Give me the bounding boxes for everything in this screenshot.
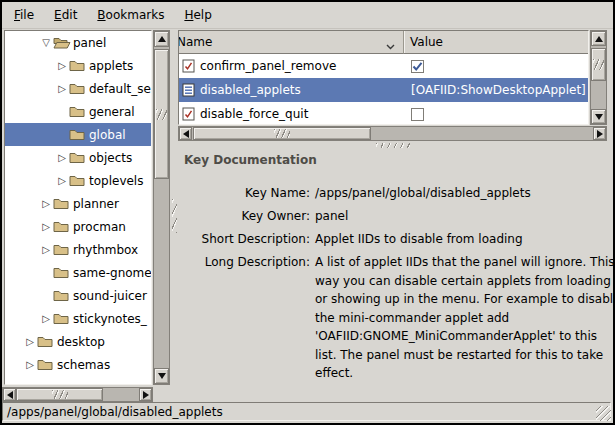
expander-right-icon[interactable] xyxy=(55,59,69,73)
doc-field-short-description: Short Description: Applet IIDs to disabl… xyxy=(178,230,604,248)
splitter-grip xyxy=(172,199,177,233)
scrollbar-thumb[interactable] xyxy=(193,127,371,140)
key-row-disabled-applets[interactable]: disabled_applets [OAFIID:ShowDesktopAppl… xyxy=(179,78,588,102)
tree-item-label: toplevels xyxy=(87,174,143,188)
arrow-down-icon xyxy=(158,373,166,379)
tree-item-planner[interactable]: planner xyxy=(5,192,151,215)
table-header: Name Value xyxy=(179,31,588,54)
tree-item-label: sound-juicer xyxy=(71,289,147,303)
key-documentation-title: Key Documentation xyxy=(184,153,317,167)
tree-item-label: applets xyxy=(87,59,133,73)
arrow-right-icon xyxy=(143,391,149,399)
tree-item-objects[interactable]: objects xyxy=(5,146,151,169)
arrow-right-icon xyxy=(597,130,603,138)
menu-edit-label: Edit xyxy=(54,8,77,22)
expander-right-icon[interactable] xyxy=(55,151,69,165)
scroll-up-button[interactable] xyxy=(591,31,606,46)
column-header-name[interactable]: Name xyxy=(179,31,404,54)
scrollbar-thumb[interactable] xyxy=(154,49,169,179)
tree-item-toplevels[interactable]: toplevels xyxy=(5,169,151,192)
key-name-label: confirm_panel_remove xyxy=(200,59,336,73)
doc-field-label: Short Description: xyxy=(178,230,310,248)
tree-item-label: stickynotes_ xyxy=(71,312,147,326)
menu-help-label: Help xyxy=(184,8,211,22)
tree-item-sound-juicer[interactable]: sound-juicer xyxy=(5,284,151,307)
tree-item-same-gnome[interactable]: same-gnome xyxy=(5,261,151,284)
menu-edit[interactable]: Edit xyxy=(44,4,87,26)
tree-item-label: desktop xyxy=(55,335,105,349)
key-row-disable-force-quit[interactable]: disable_force_quit xyxy=(179,102,588,125)
config-tree: panel applets default_se general xyxy=(4,30,152,385)
key-name-label: disabled_applets xyxy=(200,83,301,97)
tree-item-label: same-gnome xyxy=(71,266,151,280)
doc-field-value: Applet IIDs to disable from loading xyxy=(310,230,523,248)
folder-icon xyxy=(53,312,71,325)
expander-right-icon[interactable] xyxy=(23,335,37,349)
tree-vertical-scrollbar[interactable] xyxy=(153,30,170,385)
expander-right-icon[interactable] xyxy=(55,174,69,188)
table-horizontal-scrollbar[interactable] xyxy=(178,126,607,141)
folder-icon xyxy=(69,105,87,118)
tree-item-desktop[interactable]: desktop xyxy=(5,330,151,353)
tree-item-global[interactable]: global xyxy=(5,123,151,146)
thumb-grip xyxy=(593,59,604,70)
value-checkbox-checked[interactable] xyxy=(411,60,424,73)
expander-right-icon[interactable] xyxy=(39,220,53,234)
scrollbar-thumb[interactable] xyxy=(591,48,606,81)
tree-item-label: schemas xyxy=(55,358,110,372)
scroll-up-button[interactable] xyxy=(154,31,169,47)
arrow-left-icon xyxy=(7,391,13,399)
doc-long-line: A list of applet IIDs that the panel wil… xyxy=(315,253,615,272)
scroll-down-button[interactable] xyxy=(154,368,169,384)
folder-icon xyxy=(53,197,71,210)
folder-icon xyxy=(53,266,71,279)
pane-splitter-vertical[interactable] xyxy=(171,30,178,401)
folder-icon xyxy=(69,174,87,187)
expander-down-icon[interactable] xyxy=(39,36,53,50)
menu-bookmarks[interactable]: Bookmarks xyxy=(87,4,174,26)
tree-item-schemas[interactable]: schemas xyxy=(5,353,151,376)
doc-field-label: Long Description: xyxy=(178,253,310,383)
column-header-value-label: Value xyxy=(410,35,443,49)
tree-item-panel[interactable]: panel xyxy=(5,31,151,54)
gconf-editor-window: File Edit Bookmarks Help panel applets d… xyxy=(0,0,615,425)
folder-icon xyxy=(37,335,55,348)
menu-help[interactable]: Help xyxy=(174,4,221,26)
expander-right-icon[interactable] xyxy=(39,243,53,257)
list-key-icon xyxy=(182,83,195,97)
expander-right-icon[interactable] xyxy=(39,312,53,326)
menu-file[interactable]: File xyxy=(4,4,44,26)
tree-item-default-setup[interactable]: default_se xyxy=(5,77,151,100)
menu-bookmarks-label: Bookmarks xyxy=(97,8,164,22)
scroll-right-button[interactable] xyxy=(593,127,606,140)
splitter-grip xyxy=(376,143,410,148)
folder-icon xyxy=(69,128,87,141)
expander-right-icon[interactable] xyxy=(23,358,37,372)
key-row-confirm-panel-remove[interactable]: confirm_panel_remove xyxy=(179,54,588,78)
tree-item-general[interactable]: general xyxy=(5,100,151,123)
expander-right-icon[interactable] xyxy=(55,82,69,96)
tree-item-procman[interactable]: procman xyxy=(5,215,151,238)
tree-item-applets[interactable]: applets xyxy=(5,54,151,77)
value-checkbox-unchecked[interactable] xyxy=(411,108,424,121)
expander-right-icon[interactable] xyxy=(39,197,53,211)
doc-field-label: Key Name: xyxy=(178,184,310,202)
arrow-up-icon xyxy=(158,36,166,42)
tree-item-stickynotes[interactable]: stickynotes_ xyxy=(5,307,151,330)
table-vertical-scrollbar[interactable] xyxy=(590,30,607,125)
scroll-left-button[interactable] xyxy=(179,127,192,140)
doc-long-line: list. The panel must be restarted for th… xyxy=(315,346,615,365)
pane-splitter-horizontal[interactable] xyxy=(178,142,607,149)
tree-item-label: procman xyxy=(71,220,126,234)
thumb-grip xyxy=(156,109,167,120)
doc-long-line: effect. xyxy=(315,364,615,383)
folder-icon xyxy=(53,220,71,233)
key-table: Name Value confirm_panel_remove xyxy=(178,30,589,125)
boolean-key-icon xyxy=(182,107,195,121)
key-value-text: [OAFIID:ShowDesktopApplet] xyxy=(411,83,586,97)
tree-item-rhythmbox[interactable]: rhythmbox xyxy=(5,238,151,261)
window-resize-grip[interactable] xyxy=(596,406,611,421)
sort-indicator-icon xyxy=(386,39,395,53)
scroll-down-button[interactable] xyxy=(591,109,606,124)
column-header-value[interactable]: Value xyxy=(404,31,588,54)
